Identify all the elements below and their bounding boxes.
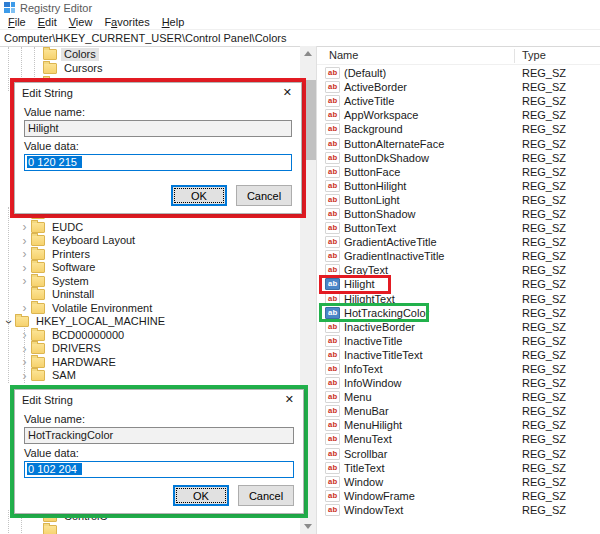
tree-item-printers[interactable]: ›Printers bbox=[0, 248, 300, 262]
value-type: REG_SZ bbox=[522, 448, 566, 460]
value-name-input[interactable]: Hilight bbox=[24, 120, 292, 137]
list-row-inactivetitle[interactable]: abInactiveTitleREG_SZ bbox=[317, 334, 600, 348]
tree-item-colors[interactable]: Colors bbox=[0, 47, 300, 62]
ok-button[interactable]: OK bbox=[173, 485, 229, 506]
tree-item-volatile-environment[interactable]: ›Volatile Environment bbox=[0, 302, 300, 316]
tree-item-drivers[interactable]: ›DRIVERS bbox=[0, 342, 300, 356]
list-row-buttonhilight[interactable]: abButtonHilightREG_SZ bbox=[317, 179, 600, 193]
tree-item-hardware[interactable]: ›HARDWARE bbox=[0, 356, 300, 370]
cancel-button[interactable]: Cancel bbox=[238, 485, 294, 506]
list-row-windowframe[interactable]: abWindowFrameREG_SZ bbox=[317, 489, 600, 503]
cancel-button[interactable]: Cancel bbox=[236, 185, 292, 206]
value-name: GradientActiveTitle bbox=[344, 236, 437, 248]
tree-item-eudc[interactable]: ›EUDC bbox=[0, 221, 300, 235]
list-row-background[interactable]: abBackgroundREG_SZ bbox=[317, 122, 600, 136]
list-row-menubar[interactable]: abMenuBarREG_SZ bbox=[317, 404, 600, 418]
tree-item-software[interactable]: ›Software bbox=[0, 261, 300, 275]
tree-item-keyboard-layout[interactable]: ›Keyboard Layout bbox=[0, 234, 300, 248]
value-data-input[interactable]: 0 120 215 bbox=[24, 154, 292, 171]
column-header-name[interactable]: Name bbox=[329, 49, 358, 61]
string-value-icon: ab bbox=[325, 405, 340, 417]
chevron-right-icon[interactable]: › bbox=[18, 263, 31, 273]
string-value-icon: ab bbox=[325, 67, 340, 79]
scroll-up-icon[interactable] bbox=[300, 46, 316, 61]
string-value-icon: ab bbox=[325, 250, 340, 262]
menu-edit[interactable]: Edit bbox=[32, 16, 63, 28]
scroll-down-icon[interactable] bbox=[300, 519, 316, 534]
list-row-activeborder[interactable]: abActiveBorderREG_SZ bbox=[317, 80, 600, 94]
list-row-windowtext[interactable]: abWindowTextREG_SZ bbox=[317, 503, 600, 517]
list-row-buttonshadow[interactable]: abButtonShadowREG_SZ bbox=[317, 207, 600, 221]
value-type: REG_SZ bbox=[522, 180, 566, 192]
close-icon[interactable]: ✕ bbox=[283, 393, 296, 406]
list-row-infotext[interactable]: abInfoTextREG_SZ bbox=[317, 362, 600, 376]
tree-item-sam[interactable]: ›SAM bbox=[0, 369, 300, 383]
string-value-icon: ab bbox=[325, 95, 340, 107]
tree-item-system[interactable]: ›System bbox=[0, 275, 300, 289]
folder-icon bbox=[31, 235, 45, 246]
tree-item-cursors[interactable]: Cursors bbox=[0, 62, 300, 77]
menu-favorites[interactable]: Favorites bbox=[98, 16, 155, 28]
folder-icon bbox=[31, 276, 45, 287]
chevron-right-icon[interactable]: › bbox=[18, 276, 31, 286]
column-separator[interactable] bbox=[514, 49, 515, 63]
list-row-buttonface[interactable]: abButtonFaceREG_SZ bbox=[317, 165, 600, 179]
tree-item-uninstall[interactable]: Uninstall bbox=[0, 288, 300, 302]
value-type: REG_SZ bbox=[522, 335, 566, 347]
value-name: (Default) bbox=[344, 67, 386, 79]
list-row-activetitle[interactable]: abActiveTitleREG_SZ bbox=[317, 94, 600, 108]
column-header-type[interactable]: Type bbox=[522, 49, 546, 61]
menu-file[interactable]: File bbox=[2, 16, 32, 28]
chevron-right-icon[interactable]: › bbox=[18, 222, 31, 232]
value-data-input[interactable]: 0 102 204 bbox=[24, 461, 294, 478]
value-name-input[interactable]: HotTrackingColor bbox=[24, 427, 294, 444]
tree-item-bcd00000000[interactable]: ›BCD00000000 bbox=[0, 329, 300, 343]
chevron-right-icon[interactable]: › bbox=[18, 303, 31, 313]
folder-icon bbox=[31, 249, 45, 260]
address-bar[interactable]: Computer\HKEY_CURRENT_USER\Control Panel… bbox=[0, 29, 600, 47]
chevron-right-icon[interactable]: › bbox=[18, 249, 31, 259]
list-row-buttontext[interactable]: abButtonTextREG_SZ bbox=[317, 221, 600, 235]
ok-button[interactable]: OK bbox=[171, 185, 227, 206]
tree-item-partial[interactable] bbox=[0, 524, 300, 534]
close-icon[interactable]: ✕ bbox=[281, 86, 294, 99]
list-row-scrollbar[interactable]: abScrollbarREG_SZ bbox=[317, 447, 600, 461]
list-row-window[interactable]: abWindowREG_SZ bbox=[317, 475, 600, 489]
value-type: REG_SZ bbox=[522, 208, 566, 220]
value-name: MenuBar bbox=[344, 405, 389, 417]
list-row-inactivetitletext[interactable]: abInactiveTitleTextREG_SZ bbox=[317, 348, 600, 362]
list-row-appworkspace[interactable]: abAppWorkspaceREG_SZ bbox=[317, 108, 600, 122]
string-value-icon: ab bbox=[325, 391, 340, 403]
edit-string-dialog-hottrackingcolor: Edit String ✕ Value name: HotTrackingCol… bbox=[14, 389, 304, 514]
string-value-icon: ab bbox=[325, 363, 340, 375]
value-type: REG_SZ bbox=[522, 166, 566, 178]
tree-item-hkey-local-machine[interactable]: ›HKEY_LOCAL_MACHINE bbox=[0, 315, 300, 329]
chevron-right-icon[interactable]: › bbox=[18, 236, 31, 246]
values-list: ab(Default)REG_SZabActiveBorderREG_SZabA… bbox=[317, 66, 600, 517]
list-row-buttonlight[interactable]: abButtonLightREG_SZ bbox=[317, 193, 600, 207]
menu-help[interactable]: Help bbox=[156, 16, 191, 28]
list-row-menu[interactable]: abMenuREG_SZ bbox=[317, 390, 600, 404]
list-row-gradientinactivetitle[interactable]: abGradientInactiveTitleREG_SZ bbox=[317, 249, 600, 263]
folder-icon bbox=[31, 303, 45, 314]
tree-item-label: BCD00000000 bbox=[49, 329, 127, 342]
string-value-icon: ab bbox=[325, 152, 340, 164]
tree-guide bbox=[24, 328, 25, 383]
list-row-gradientactivetitle[interactable]: abGradientActiveTitleREG_SZ bbox=[317, 235, 600, 249]
values-list-pane: Name Type ab(Default)REG_SZabActiveBorde… bbox=[317, 46, 600, 534]
list-row-titletext[interactable]: abTitleTextREG_SZ bbox=[317, 461, 600, 475]
menu-view[interactable]: View bbox=[63, 16, 99, 28]
string-value-icon: ab bbox=[325, 166, 340, 178]
list-row-buttondkshadow[interactable]: abButtonDkShadowREG_SZ bbox=[317, 151, 600, 165]
list-row-menutext[interactable]: abMenuTextREG_SZ bbox=[317, 432, 600, 446]
value-name: GradientInactiveTitle bbox=[344, 250, 444, 262]
value-type: REG_SZ bbox=[522, 109, 566, 121]
string-value-icon: ab bbox=[325, 222, 340, 234]
list-row-menuhilight[interactable]: abMenuHilightREG_SZ bbox=[317, 418, 600, 432]
list-row-infowindow[interactable]: abInfoWindowREG_SZ bbox=[317, 376, 600, 390]
value-type: REG_SZ bbox=[522, 321, 566, 333]
list-row-buttonalternateface[interactable]: abButtonAlternateFaceREG_SZ bbox=[317, 136, 600, 150]
list-row-default[interactable]: ab(Default)REG_SZ bbox=[317, 66, 600, 80]
value-type: REG_SZ bbox=[522, 81, 566, 93]
value-type: REG_SZ bbox=[522, 504, 566, 516]
